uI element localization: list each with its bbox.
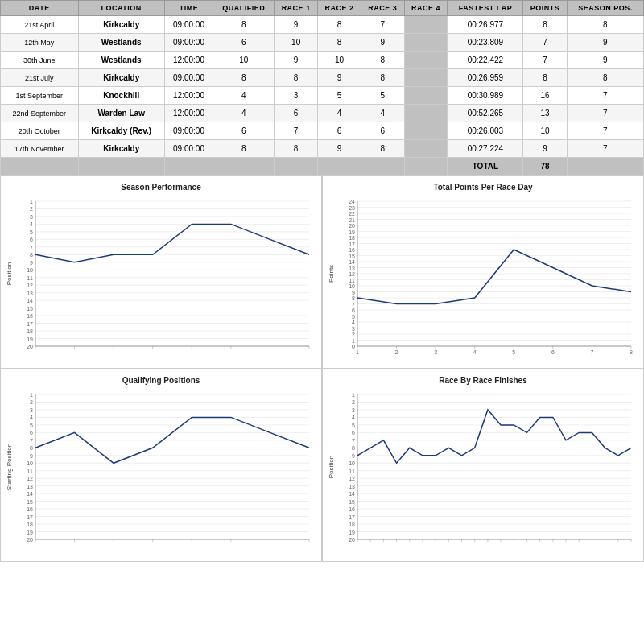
svg-text:16: 16 — [349, 506, 355, 512]
svg-text:9: 9 — [30, 260, 33, 266]
total-row: TOTAL78 — [1, 158, 644, 175]
svg-text:12: 12 — [27, 283, 33, 288]
svg-text:22: 22 — [349, 211, 355, 217]
svg-text:18: 18 — [349, 522, 355, 527]
svg-text:12: 12 — [349, 271, 355, 277]
charts-section: Season Performance 123456789101112131415… — [0, 175, 644, 562]
svg-text:9: 9 — [352, 453, 355, 459]
svg-text:17: 17 — [349, 242, 355, 247]
svg-text:7: 7 — [30, 245, 33, 250]
season-performance-chart: Season Performance 123456789101112131415… — [0, 175, 322, 369]
svg-text:4: 4 — [30, 221, 33, 227]
svg-text:4: 4 — [352, 320, 355, 325]
svg-text:7: 7 — [30, 438, 33, 444]
table-row: 30th JuneWestlands12:00:0010910800:22.42… — [1, 52, 644, 69]
svg-text:9: 9 — [352, 290, 355, 295]
svg-text:14: 14 — [27, 491, 33, 497]
svg-text:10: 10 — [349, 460, 355, 466]
qualifying-chart: Qualifying Positions 1234567891011121314… — [0, 369, 322, 562]
svg-text:11: 11 — [27, 469, 33, 474]
svg-text:2: 2 — [395, 349, 398, 355]
table-row: 20th OctoberKirkcaldy (Rev.)09:00:006766… — [1, 122, 644, 140]
svg-text:14: 14 — [349, 491, 355, 497]
svg-text:5: 5 — [30, 423, 33, 428]
total-points-chart: Total Points Per Race Day 01234567891011… — [322, 175, 644, 369]
col-header-location: LOCATION — [78, 1, 164, 16]
svg-text:3: 3 — [352, 407, 355, 413]
col-header-time: TIME — [164, 1, 213, 16]
svg-text:7: 7 — [352, 302, 355, 308]
qualifying-title: Qualifying Positions — [5, 376, 317, 385]
col-header-qualified: QUALIFIED — [213, 1, 275, 16]
col-header-points: POINTS — [523, 1, 567, 16]
svg-text:7: 7 — [352, 438, 355, 444]
svg-text:12: 12 — [27, 476, 33, 481]
svg-text:13: 13 — [27, 291, 33, 296]
svg-text:18: 18 — [27, 328, 33, 334]
svg-text:3: 3 — [30, 407, 33, 413]
svg-text:0: 0 — [352, 344, 355, 349]
svg-text:2: 2 — [352, 332, 355, 337]
svg-text:17: 17 — [349, 514, 355, 520]
svg-text:15: 15 — [349, 254, 355, 259]
svg-text:17: 17 — [27, 514, 33, 520]
svg-text:6: 6 — [352, 430, 355, 436]
svg-text:16: 16 — [27, 313, 33, 319]
svg-text:10: 10 — [349, 283, 355, 289]
svg-text:Starting Position: Starting Position — [6, 444, 13, 490]
svg-text:14: 14 — [349, 259, 355, 265]
svg-text:6: 6 — [30, 237, 33, 242]
col-header-race-1: RACE 1 — [275, 1, 318, 16]
svg-text:19: 19 — [349, 530, 355, 535]
svg-text:1: 1 — [30, 392, 33, 398]
svg-text:9: 9 — [30, 453, 33, 459]
col-header-season-pos.: SEASON POS. — [567, 1, 643, 16]
svg-text:19: 19 — [27, 530, 33, 535]
svg-text:13: 13 — [27, 484, 33, 489]
svg-text:6: 6 — [551, 349, 555, 355]
svg-text:15: 15 — [349, 499, 355, 505]
svg-text:20: 20 — [27, 537, 33, 543]
svg-text:5: 5 — [352, 314, 355, 320]
svg-text:13: 13 — [349, 266, 355, 271]
svg-text:7: 7 — [590, 349, 593, 355]
svg-text:15: 15 — [27, 306, 33, 312]
svg-text:24: 24 — [349, 199, 355, 204]
svg-text:8: 8 — [30, 252, 33, 258]
svg-text:8: 8 — [352, 445, 355, 451]
col-header-race-4: RACE 4 — [404, 1, 448, 16]
svg-text:1: 1 — [352, 392, 355, 398]
svg-text:2: 2 — [30, 399, 33, 405]
svg-text:19: 19 — [27, 336, 33, 342]
total-points-title: Total Points Per Race Day — [327, 183, 639, 192]
table-row: 12th MayWestlands09:00:006108900:23.8097… — [1, 34, 644, 52]
svg-text:Position: Position — [6, 262, 13, 285]
table-section: DATELOCATIONTIMEQUALIFIEDRACE 1RACE 2RAC… — [0, 0, 644, 175]
svg-text:1: 1 — [30, 199, 33, 204]
svg-text:2: 2 — [30, 206, 33, 212]
svg-text:12: 12 — [349, 476, 355, 481]
race-finishes-chart: Race By Race Finishes 123456789101112131… — [322, 369, 644, 562]
col-header-date: DATE — [1, 1, 79, 16]
svg-text:3: 3 — [30, 214, 33, 220]
svg-text:8: 8 — [630, 349, 633, 355]
svg-text:Position: Position — [328, 456, 335, 478]
svg-text:5: 5 — [512, 349, 515, 355]
table-row: 21st JulyKirkcaldy09:00:00889800:26.9598… — [1, 69, 644, 87]
svg-text:18: 18 — [349, 235, 355, 241]
svg-text:5: 5 — [30, 229, 33, 235]
svg-text:11: 11 — [27, 275, 33, 281]
season-performance-title: Season Performance — [5, 183, 317, 192]
svg-text:10: 10 — [27, 267, 33, 273]
svg-text:1: 1 — [352, 338, 355, 344]
svg-text:18: 18 — [27, 522, 33, 527]
col-header-fastest-lap: FASTEST LAP — [448, 1, 523, 16]
svg-text:23: 23 — [349, 205, 355, 211]
svg-text:13: 13 — [349, 484, 355, 489]
table-row: 1st SeptemberKnockhill12:00:00435500:30.… — [1, 87, 644, 105]
race-results-table: DATELOCATIONTIMEQUALIFIEDRACE 1RACE 2RAC… — [0, 0, 644, 175]
svg-text:19: 19 — [349, 229, 355, 235]
svg-text:3: 3 — [434, 349, 437, 355]
table-row: 17th NovemberKirkcaldy09:00:00889800:27.… — [1, 140, 644, 158]
race-finishes-title: Race By Race Finishes — [327, 376, 639, 385]
